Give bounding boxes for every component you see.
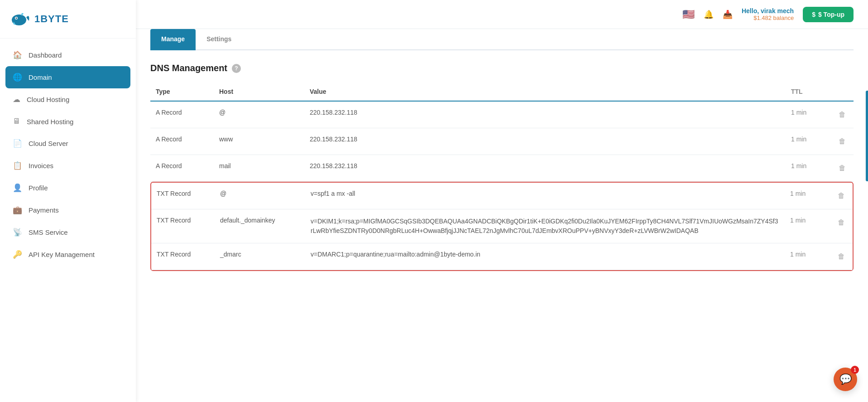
logo-area: 1BYTE	[0, 0, 136, 39]
table-row: A Record mail 220.158.232.118 1 min 🗑	[150, 155, 854, 182]
flag-icon[interactable]: 🇺🇸	[682, 9, 695, 20]
dns-table-highlighted: TXT Record @ v=spf1 a mx -all 1 min 🗑 TX…	[151, 183, 853, 270]
tab-settings-label: Settings	[206, 35, 231, 43]
invoices-icon: 📋	[13, 161, 22, 170]
dns-management-title: DNS Management	[150, 63, 227, 73]
chat-icon: 💬	[839, 373, 852, 385]
sidebar-item-invoices[interactable]: 📋 Invoices	[0, 155, 136, 177]
record-host: @	[214, 101, 304, 128]
delete-button[interactable]: 🗑	[837, 136, 848, 147]
main-area: 🇺🇸 🔔 📥 Hello, virak mech $1.482 balance …	[136, 0, 868, 402]
chat-badge: 1	[851, 366, 859, 374]
record-value: v=spf1 a mx -all	[305, 183, 785, 209]
sidebar-label-domain: Domain	[29, 73, 52, 81]
sidebar-label-cloud-server: Cloud Server	[29, 140, 68, 147]
topup-label: $ Top-up	[818, 11, 844, 18]
col-host: Host	[214, 83, 304, 101]
record-value: v=DKIM1;k=rsa;p=MIGfMA0GCSqGSIb3DQEBAQUA…	[305, 209, 785, 243]
delete-button[interactable]: 🗑	[837, 109, 848, 121]
svg-point-2	[16, 18, 17, 19]
col-ttl: TTL	[786, 83, 831, 101]
sms-icon: 📡	[13, 228, 22, 237]
table-row: A Record @ 220.158.232.118 1 min 🗑	[150, 101, 854, 128]
sidebar-label-dashboard: Dashboard	[29, 51, 62, 59]
sidebar-label-cloud-hosting: Cloud Hosting	[27, 96, 69, 103]
api-key-icon: 🔑	[13, 250, 22, 259]
sidebar-item-sms-service[interactable]: 📡 SMS Service	[0, 221, 136, 243]
record-type: TXT Record	[151, 243, 215, 270]
sidebar-item-dashboard[interactable]: 🏠 Dashboard	[0, 44, 136, 66]
table-row: TXT Record default._domainkey v=DKIM1;k=…	[151, 209, 853, 243]
delete-button[interactable]: 🗑	[837, 162, 848, 174]
record-ttl: 1 min	[786, 155, 831, 182]
tab-manage[interactable]: Manage	[150, 29, 196, 50]
sidebar-label-profile: Profile	[29, 184, 48, 192]
record-ttl: 1 min	[785, 183, 830, 209]
record-ttl: 1 min	[786, 101, 831, 128]
profile-icon: 👤	[13, 183, 22, 193]
user-balance: $1.482 balance	[753, 15, 794, 21]
sidebar-item-profile[interactable]: 👤 Profile	[0, 177, 136, 199]
tab-settings[interactable]: Settings	[196, 29, 242, 50]
shared-hosting-icon: 🖥	[13, 117, 20, 126]
topup-button[interactable]: $ $ Top-up	[803, 7, 854, 22]
section-title: DNS Management ?	[150, 63, 854, 73]
record-action: 🗑	[831, 155, 854, 182]
highlighted-records-section: TXT Record @ v=spf1 a mx -all 1 min 🗑 TX…	[150, 182, 854, 271]
sidebar-item-cloud-hosting[interactable]: ☁ Cloud Hosting	[0, 88, 136, 111]
record-ttl: 1 min	[785, 209, 830, 243]
delete-button[interactable]: 🗑	[836, 217, 847, 228]
record-host: www	[214, 128, 304, 155]
record-value: 220.158.232.118	[304, 101, 786, 128]
record-ttl: 1 min	[785, 243, 830, 270]
sidebar-label-payments: Payments	[29, 206, 59, 214]
sidebar-item-shared-hosting[interactable]: 🖥 Shared Hosting	[0, 111, 136, 132]
record-type: A Record	[150, 101, 214, 128]
record-ttl: 1 min	[786, 128, 831, 155]
user-greeting: Hello, virak mech	[742, 7, 794, 15]
content-area: Manage Settings DNS Management ? Type Ho…	[136, 29, 868, 402]
dashboard-icon: 🏠	[13, 50, 22, 60]
record-action: 🗑	[830, 183, 853, 209]
record-action: 🗑	[830, 243, 853, 270]
delete-button[interactable]: 🗑	[836, 251, 847, 262]
record-type: A Record	[150, 128, 214, 155]
sidebar-label-sms-service: SMS Service	[29, 228, 68, 236]
cloud-hosting-icon: ☁	[13, 95, 20, 104]
tabs-row: Manage Settings	[150, 29, 854, 50]
notification-icon[interactable]: 🔔	[704, 10, 714, 19]
table-row: A Record www 220.158.232.118 1 min 🗑	[150, 128, 854, 155]
record-action: 🗑	[831, 101, 854, 128]
user-info: Hello, virak mech $1.482 balance	[742, 7, 794, 21]
content-inner: Manage Settings DNS Management ? Type Ho…	[136, 29, 868, 402]
sidebar-item-cloud-server[interactable]: 📄 Cloud Server	[0, 132, 136, 155]
sidebar-item-api-key[interactable]: 🔑 API Key Management	[0, 243, 136, 266]
chat-bubble[interactable]: 💬 1	[834, 368, 857, 391]
record-value: v=DMARC1;p=quarantine;rua=mailto:admin@1…	[305, 243, 785, 270]
record-host: _dmarc	[215, 243, 305, 270]
record-action: 🗑	[831, 128, 854, 155]
record-value: 220.158.232.118	[304, 155, 786, 182]
help-icon[interactable]: ?	[232, 64, 241, 73]
col-type: Type	[150, 83, 214, 101]
header-row: Type Host Value TTL	[150, 83, 854, 101]
record-host: mail	[214, 155, 304, 182]
sidebar-item-domain[interactable]: 🌐 Domain	[5, 66, 130, 88]
sidebar-label-shared-hosting: Shared Hosting	[27, 118, 73, 126]
highlighted-body: TXT Record @ v=spf1 a mx -all 1 min 🗑 TX…	[151, 183, 853, 270]
dns-table: Type Host Value TTL A Record @ 220.158.2…	[150, 83, 854, 182]
download-icon[interactable]: 📥	[723, 10, 733, 19]
topup-icon: $	[812, 11, 815, 18]
scroll-accent	[866, 91, 868, 181]
sidebar: 1BYTE 🏠 Dashboard 🌐 Domain ☁ Cloud Hosti…	[0, 0, 136, 402]
col-action	[831, 83, 854, 101]
delete-button[interactable]: 🗑	[836, 190, 847, 202]
sidebar-item-payments[interactable]: 💼 Payments	[0, 199, 136, 221]
tab-manage-label: Manage	[161, 35, 185, 43]
record-host: default._domainkey	[215, 209, 305, 243]
logo-text: 1BYTE	[34, 13, 69, 25]
record-value: 220.158.232.118	[304, 128, 786, 155]
logo-icon	[9, 8, 31, 30]
col-value: Value	[304, 83, 786, 101]
record-type: TXT Record	[151, 209, 215, 243]
